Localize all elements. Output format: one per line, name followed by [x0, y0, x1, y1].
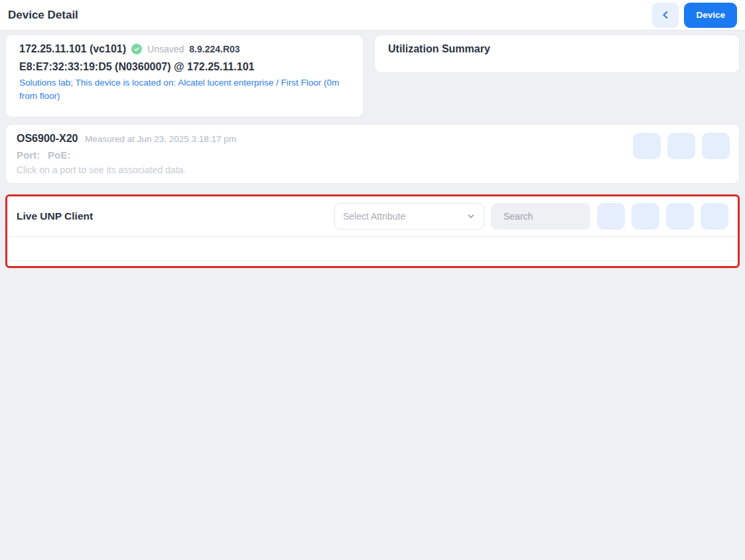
measured-at-label: Measured at Jun 23, 2025 3:18:17 pm: [85, 134, 236, 144]
utilization-title: Utilization Summary: [388, 43, 726, 55]
autosize-columns-button[interactable]: [597, 203, 625, 230]
unsaved-label: Unsaved: [147, 44, 184, 54]
device-mac-title: E8:E7:32:33:19:D5 (N0360007) @ 172.25.11…: [19, 61, 350, 73]
live-unp-client-card: Live UNP Client Select Attribute Search: [5, 194, 740, 268]
select-attribute-placeholder: Select Attribute: [343, 211, 405, 222]
search-input[interactable]: Search: [491, 203, 590, 230]
saved-check-icon: [131, 44, 142, 54]
chassis-toolbar: [633, 133, 730, 159]
poe-legend-label: PoE:: [48, 149, 70, 161]
open-external-button[interactable]: [666, 203, 694, 230]
page-title: Device Detail: [8, 9, 78, 22]
back-button[interactable]: [652, 3, 679, 28]
device-location-link[interactable]: Solutions lab; This device is located on…: [19, 76, 350, 104]
top-header: Device Detail Device: [0, 0, 745, 31]
chassis-settings-button[interactable]: [702, 133, 730, 159]
device-info-card: 172.25.11.101 (vc101) Unsaved 8.9.224.R0…: [5, 35, 364, 117]
chevron-left-icon: [661, 10, 671, 20]
port-legend: Port: PoE:: [6, 149, 739, 161]
firmware-version: 8.9.224.R03: [189, 44, 239, 54]
device-button[interactable]: Device: [684, 3, 737, 28]
main-content: 172.25.11.101 (vc101) Unsaved 8.9.224.R0…: [0, 31, 745, 268]
select-attribute-dropdown[interactable]: Select Attribute: [334, 203, 484, 230]
unp-table-header: [7, 236, 738, 261]
device-ip-title: 172.25.11.101 (vc101): [19, 43, 126, 55]
refresh-chassis-button[interactable]: [667, 133, 695, 159]
search-placeholder: Search: [504, 211, 533, 222]
port-legend-label: Port:: [17, 149, 40, 161]
switch-visual-card: OS6900-X20 Measured at Jun 23, 2025 3:18…: [5, 124, 740, 184]
utilization-summary-card: Utilization Summary: [374, 35, 740, 73]
port-hint-text: Click on a port to see its associated da…: [6, 165, 739, 175]
chevron-down-icon: [466, 212, 476, 221]
detail-tabs: [5, 184, 740, 192]
columns-refresh-buttons[interactable]: [632, 203, 659, 230]
swap-view-button[interactable]: [633, 133, 661, 159]
export-button[interactable]: [701, 203, 728, 230]
switch-model-title: OS6900-X20: [17, 133, 78, 144]
unp-section-title: Live UNP Client: [17, 210, 93, 222]
